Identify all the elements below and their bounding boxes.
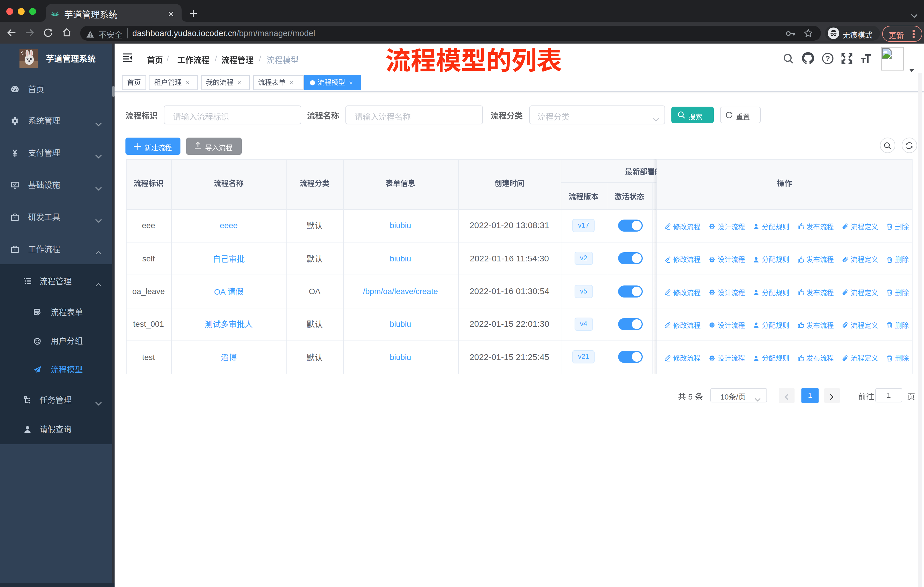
- svg-text:?: ?: [825, 54, 830, 63]
